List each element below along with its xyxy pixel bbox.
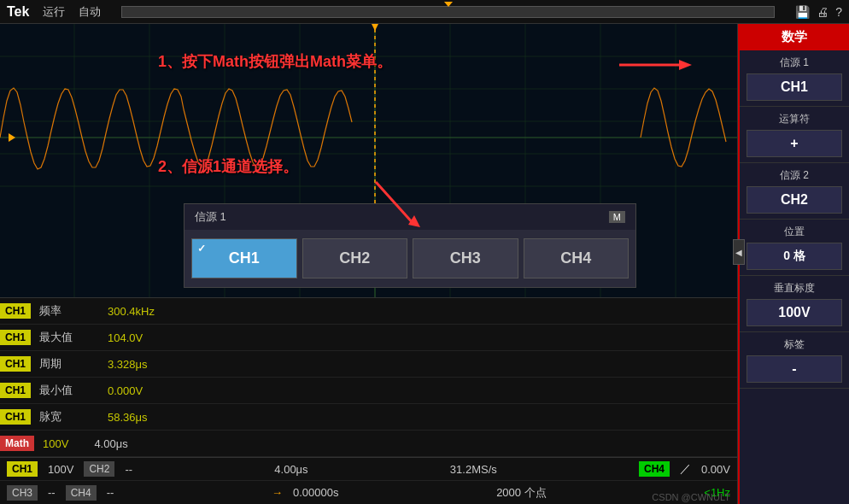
top-bar: Tek 运行 自动 💾 🖨 ? bbox=[0, 0, 849, 24]
mrow-label-2: 周期 bbox=[39, 356, 108, 372]
save-icon[interactable]: 💾 bbox=[795, 5, 810, 19]
rp-section-source1: 信源 1 CH1 bbox=[740, 50, 849, 107]
ch4-status-badge[interactable]: CH4 bbox=[639, 461, 670, 477]
mrow-value-1: 104.0V bbox=[108, 331, 143, 344]
mrow-label-4: 脉宽 bbox=[39, 409, 108, 425]
option-ch3[interactable]: CH3 bbox=[413, 238, 518, 278]
ch4-status-badge2[interactable]: CH4 bbox=[66, 485, 97, 501]
measurement-row-1: CH1 最大值 104.0V bbox=[0, 325, 737, 351]
rp-label-label: 标签 bbox=[747, 337, 842, 352]
tek-logo: Tek bbox=[7, 4, 29, 20]
mrow-value-3: 0.000V bbox=[108, 384, 143, 397]
ch3-status-badge[interactable]: CH3 bbox=[7, 485, 38, 501]
measurements-area: CH1 频率 300.4kHz CH1 最大值 104.0V CH1 周期 3.… bbox=[0, 297, 737, 457]
mrow-value-0: 300.4kHz bbox=[108, 305, 155, 318]
ch1-status-val: 100V bbox=[48, 463, 73, 476]
trigger-top-marker bbox=[444, 2, 453, 7]
rp-source2-value[interactable]: CH2 bbox=[747, 186, 842, 214]
run-menu[interactable]: 运行 bbox=[43, 4, 65, 20]
help-icon[interactable]: ? bbox=[835, 5, 842, 19]
mrow-label-3: 最小值 bbox=[39, 383, 108, 398]
rp-source1-label: 信源 1 bbox=[747, 56, 842, 70]
right-panel-title: 数学 bbox=[740, 24, 849, 50]
ch1-badge-2: CH1 bbox=[0, 356, 31, 372]
ch4-status-val2: -- bbox=[107, 486, 114, 499]
ch2-status-val: -- bbox=[125, 463, 132, 476]
right-panel: 数学 信源 1 CH1 运算符 + 信源 2 CH2 位置 0 格 垂直标度 1… bbox=[738, 24, 849, 504]
m-badge: M bbox=[609, 211, 625, 223]
rp-position-label: 位置 bbox=[747, 225, 842, 239]
source-dropdown: 信源 1 M CH1 CH2 CH3 CH4 bbox=[184, 203, 636, 288]
panel-collapse-button[interactable]: ◀ bbox=[733, 239, 745, 265]
pts-status: 2000 个点 bbox=[496, 485, 547, 501]
ch4-slash: ／ bbox=[680, 461, 691, 477]
mrow-label-0: 频率 bbox=[39, 303, 108, 319]
measurement-row-3: CH1 最小值 0.000V bbox=[0, 378, 737, 404]
print-icon[interactable]: 🖨 bbox=[817, 5, 829, 19]
rp-label-value[interactable]: - bbox=[747, 355, 842, 383]
trigger-timeline bbox=[121, 6, 775, 18]
rp-section-vscale: 垂直标度 100V bbox=[740, 276, 849, 332]
auto-menu[interactable]: 自动 bbox=[79, 4, 101, 20]
option-ch4[interactable]: CH4 bbox=[524, 238, 629, 278]
rp-operator-label: 运算符 bbox=[747, 112, 842, 126]
ch1-badge-4: CH1 bbox=[0, 409, 31, 425]
ch1-status-badge[interactable]: CH1 bbox=[7, 461, 38, 477]
rp-source1-value[interactable]: CH1 bbox=[747, 73, 842, 101]
math-value2: 4.00μs bbox=[94, 437, 127, 450]
measurement-row-2: CH1 周期 3.328μs bbox=[0, 351, 737, 378]
option-ch1[interactable]: CH1 bbox=[191, 238, 297, 278]
status-bar: CH1 100V CH2 -- 4.00μs 31.2MS/s CH4 ／ 0.… bbox=[0, 457, 737, 504]
rp-source2-label: 信源 2 bbox=[747, 168, 842, 183]
math-row: Math 100V 4.00μs bbox=[0, 431, 737, 457]
top-icons: 💾 🖨 ? bbox=[795, 5, 842, 19]
rp-section-position: 位置 0 格 bbox=[740, 220, 849, 276]
rp-section-label: 标签 - bbox=[740, 332, 849, 389]
mrow-value-4: 58.36μs bbox=[108, 411, 148, 424]
dropdown-options: CH1 CH2 CH3 CH4 bbox=[184, 230, 635, 287]
ch1-badge-0: CH1 bbox=[0, 303, 31, 319]
waveform-area: 1、按下Math按钮弹出Math菜单。 2、信源1通道选择。 信源 1 M C bbox=[0, 24, 738, 504]
rp-position-value[interactable]: 0 格 bbox=[747, 243, 842, 270]
time-status: 4.00μs bbox=[274, 463, 307, 476]
measurement-row-0: CH1 频率 300.4kHz bbox=[0, 298, 737, 325]
arrow-icon: → bbox=[272, 486, 283, 499]
rp-section-operator: 运算符 + bbox=[740, 107, 849, 163]
ch1-badge-3: CH1 bbox=[0, 383, 31, 398]
ch3-status-val: -- bbox=[48, 486, 56, 499]
measurement-row-4: CH1 脉宽 58.36μs bbox=[0, 404, 737, 431]
status-row1: CH1 100V CH2 -- 4.00μs 31.2MS/s CH4 ／ 0.… bbox=[0, 458, 737, 481]
main-layout: 1、按下Math按钮弹出Math菜单。 2、信源1通道选择。 信源 1 M C bbox=[0, 24, 849, 504]
rp-section-source2: 信源 2 CH2 bbox=[740, 163, 849, 220]
csdn-credit: CSDN @CWNULT bbox=[652, 492, 730, 502]
mrow-value-2: 3.328μs bbox=[108, 358, 148, 371]
ch1-badge-1: CH1 bbox=[0, 330, 31, 345]
math-badge: Math bbox=[0, 436, 34, 451]
status-row2: CH3 -- CH4 -- → 0.00000s 2000 个点 <1Hz CS… bbox=[0, 481, 737, 504]
mrow-label-1: 最大值 bbox=[39, 330, 108, 345]
option-ch2[interactable]: CH2 bbox=[302, 238, 408, 278]
rp-vscale-label: 垂直标度 bbox=[747, 281, 842, 296]
rp-operator-value[interactable]: + bbox=[747, 130, 842, 157]
math-value1: 100V bbox=[43, 437, 68, 450]
rp-vscale-value[interactable]: 100V bbox=[747, 299, 842, 326]
ch2-status-badge[interactable]: CH2 bbox=[84, 461, 114, 477]
dropdown-title: 信源 1 bbox=[195, 209, 226, 225]
samplerate-status: 31.2MS/s bbox=[450, 463, 497, 476]
dropdown-header: 信源 1 M bbox=[184, 204, 635, 230]
ch4-status-val: 0.00V bbox=[701, 463, 730, 476]
time2-status: 0.00000s bbox=[293, 486, 339, 499]
